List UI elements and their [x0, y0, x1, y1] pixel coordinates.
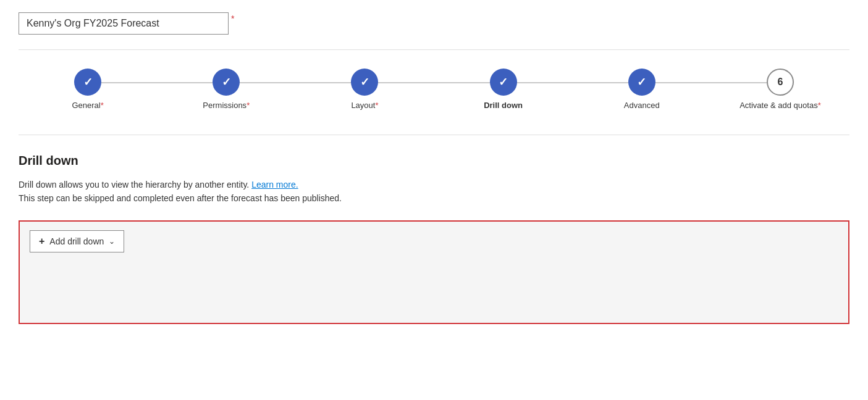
plus-icon: +	[39, 236, 44, 247]
step-layout[interactable]: ✓ Layout*	[295, 69, 434, 110]
empty-drill-down-area	[20, 261, 848, 323]
checkmark-icon: ✓	[360, 75, 369, 89]
checkmark-icon: ✓	[222, 75, 231, 89]
step-label-general: General*	[72, 101, 103, 110]
checkmark-icon: ✓	[83, 75, 93, 89]
step-required-star: *	[101, 101, 104, 110]
learn-more-link[interactable]: Learn more.	[251, 180, 298, 190]
add-drill-down-bar: + Add drill down ⌄	[20, 222, 848, 261]
section-description: Drill down allows you to view the hierar…	[19, 178, 849, 206]
step-number: 6	[777, 77, 783, 88]
step-label-permissions: Permissions*	[203, 101, 250, 110]
step-label-layout: Layout*	[351, 101, 378, 110]
page-wrapper: * ✓ General* ✓ Permissions*	[0, 0, 868, 349]
step-general[interactable]: ✓ General*	[19, 69, 157, 110]
checkmark-icon: ✓	[637, 75, 646, 89]
step-circle-activate[interactable]: 6	[767, 69, 794, 96]
step-permissions[interactable]: ✓ Permissions*	[157, 69, 295, 110]
step-label-activate: Activate & add quotas*	[739, 101, 821, 110]
step-advanced[interactable]: ✓ Advanced	[573, 69, 711, 110]
description-text-2: This step can be skipped and completed e…	[19, 193, 342, 203]
step-label-advanced: Advanced	[624, 101, 660, 110]
checkmark-icon: ✓	[499, 75, 508, 89]
forecast-title-input[interactable]	[19, 12, 229, 35]
step-label-drill-down: Drill down	[484, 101, 523, 110]
step-drill-down[interactable]: ✓ Drill down	[434, 69, 573, 110]
title-required-star: *	[231, 14, 234, 23]
step-activate[interactable]: 6 Activate & add quotas*	[711, 69, 849, 110]
content-area: Drill down Drill down allows you to view…	[19, 154, 849, 336]
step-circle-drill-down[interactable]: ✓	[490, 69, 517, 96]
step-circle-layout[interactable]: ✓	[351, 69, 378, 96]
stepper: ✓ General* ✓ Permissions* ✓ Layout*	[19, 69, 849, 110]
chevron-down-icon: ⌄	[109, 237, 115, 246]
step-circle-advanced[interactable]: ✓	[628, 69, 655, 96]
step-required-star: *	[818, 101, 821, 110]
description-text-1: Drill down allows you to view the hierar…	[19, 180, 251, 190]
bottom-divider	[19, 135, 849, 135]
step-required-star: *	[375, 101, 378, 110]
top-divider	[19, 49, 849, 50]
step-circle-permissions[interactable]: ✓	[213, 69, 240, 96]
title-row: *	[19, 12, 849, 35]
add-drill-down-button[interactable]: + Add drill down ⌄	[30, 230, 124, 252]
drill-down-container: + Add drill down ⌄	[19, 220, 849, 324]
add-drill-down-label: Add drill down	[49, 236, 104, 246]
step-required-star: *	[246, 101, 250, 110]
step-circle-general[interactable]: ✓	[74, 69, 101, 96]
section-title: Drill down	[19, 154, 849, 168]
